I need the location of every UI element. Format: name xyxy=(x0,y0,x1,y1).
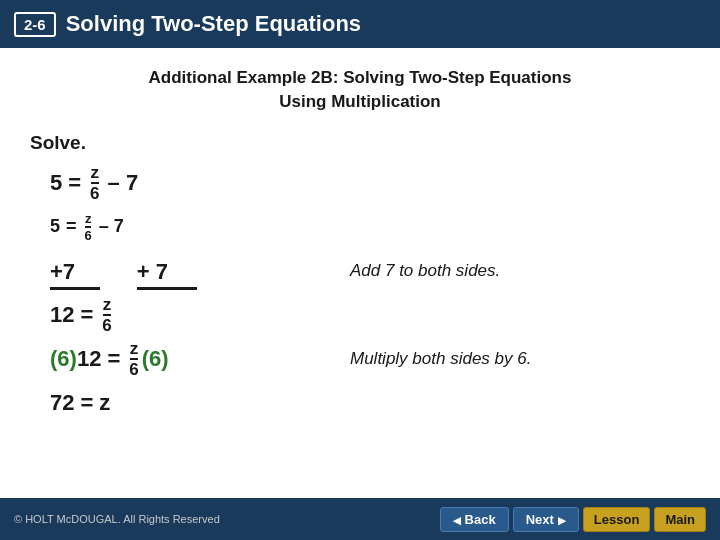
eq3-equals: = xyxy=(80,302,93,328)
header-bar: 2-6 Solving Two-Step Equations xyxy=(0,0,720,48)
eq4-lhs-num: 12 xyxy=(77,346,101,372)
next-arrow-icon xyxy=(558,512,566,527)
solve-label: Solve. xyxy=(30,132,690,154)
equation-1: 5 = z 6 – 7 xyxy=(50,164,330,202)
eq3-fraction: z 6 xyxy=(102,296,111,334)
main-button[interactable]: Main xyxy=(654,507,706,532)
step1-spacer xyxy=(100,262,137,290)
equation-section: 5 = z 6 – 7 5 = z 6 – 7 xyxy=(30,164,690,426)
footer: © HOLT McDOUGAL. All Rights Reserved Bac… xyxy=(0,498,720,540)
eq4-paren-left: (6) xyxy=(50,346,77,372)
eq4-fraction: z 6 xyxy=(129,340,138,378)
lesson-button[interactable]: Lesson xyxy=(583,507,651,532)
eq5-rhs: z xyxy=(99,390,110,416)
eq4-equals: = xyxy=(107,346,120,372)
header-title: Solving Two-Step Equations xyxy=(66,11,361,37)
footer-copyright: © HOLT McDOUGAL. All Rights Reserved xyxy=(14,513,220,525)
eq2-fraction: z 6 xyxy=(85,212,92,242)
equation-5: 72 = z xyxy=(50,390,330,416)
equation-row-3: +7 + 7 Add 7 to both sides. xyxy=(50,252,690,290)
equation-row-1: 5 = z 6 – 7 xyxy=(50,164,690,202)
equation-4: (6) 12 = z 6 (6) xyxy=(50,340,330,378)
back-label: Back xyxy=(465,512,496,527)
lesson-badge: 2-6 xyxy=(14,12,56,37)
eq1-equals: = xyxy=(68,170,81,196)
back-button[interactable]: Back xyxy=(440,507,509,532)
note-2: Multiply both sides by 6. xyxy=(350,349,531,369)
lesson-label: Lesson xyxy=(594,512,640,527)
step1-left: +7 xyxy=(50,259,100,290)
equation-row-4: 12 = z 6 xyxy=(50,296,690,334)
equation-row-5: (6) 12 = z 6 (6) Multiply both sides by … xyxy=(50,340,690,378)
eq5-lhs: 72 xyxy=(50,390,74,416)
eq1-lhs: 5 xyxy=(50,170,62,196)
main-content: Additional Example 2B: Solving Two-Step … xyxy=(0,48,720,436)
eq3-lhs: 12 xyxy=(50,302,74,328)
step1-underline: +7 + 7 xyxy=(50,252,330,290)
equation-2: 5 = z 6 – 7 xyxy=(50,212,330,242)
equation-3: 12 = z 6 xyxy=(50,296,330,334)
example-title: Additional Example 2B: Solving Two-Step … xyxy=(30,66,690,114)
example-title-line2: Using Multiplication xyxy=(279,92,441,111)
eq2-lhs: 5 xyxy=(50,216,60,237)
footer-buttons: Back Next Lesson Main xyxy=(440,507,706,532)
equation-row-6: 72 = z xyxy=(50,384,690,422)
eq2-equals: = xyxy=(66,216,77,237)
example-title-line1: Additional Example 2B: Solving Two-Step … xyxy=(149,68,572,87)
next-label: Next xyxy=(526,512,554,527)
eq2-rhs: – 7 xyxy=(99,216,124,237)
next-button[interactable]: Next xyxy=(513,507,579,532)
eq1-rhs: – 7 xyxy=(108,170,139,196)
eq5-equals: = xyxy=(80,390,93,416)
step1-right: + 7 xyxy=(137,259,197,290)
main-label: Main xyxy=(665,512,695,527)
eq4-paren-right: (6) xyxy=(142,346,169,372)
eq1-fraction: z 6 xyxy=(90,164,99,202)
note-1: Add 7 to both sides. xyxy=(350,261,500,281)
back-arrow-icon xyxy=(453,512,461,527)
equation-row-2: 5 = z 6 – 7 xyxy=(50,208,690,246)
